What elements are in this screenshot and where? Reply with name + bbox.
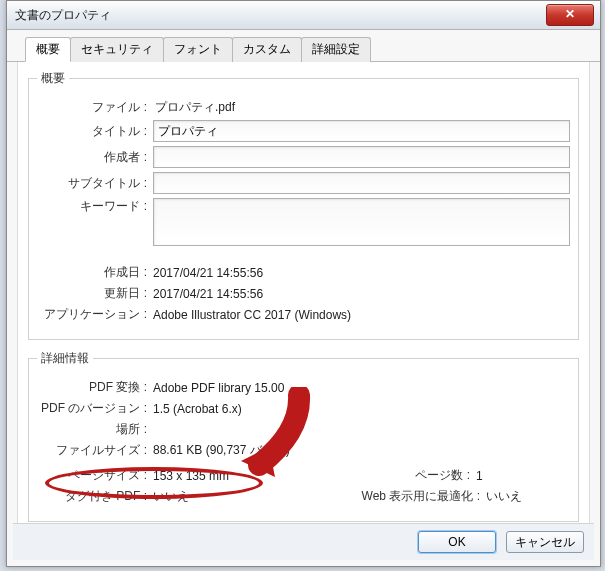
tab-label: 詳細設定 (312, 42, 360, 56)
tab-advanced[interactable]: 詳細設定 (301, 37, 371, 62)
tab-fonts[interactable]: フォント (163, 37, 233, 62)
ok-button[interactable]: OK (418, 531, 496, 553)
keywords-label: キーワード : (37, 198, 153, 215)
file-value: プロパティ.pdf (153, 99, 570, 116)
title-field[interactable] (153, 120, 570, 142)
filesize-value: 88.61 KB (90,737 バイト) (153, 442, 570, 459)
pagecount-label: ページ数 : (360, 467, 476, 484)
created-value: 2017/04/21 14:55:56 (153, 266, 570, 280)
group-overview-legend: 概要 (37, 70, 69, 87)
subtitle-label: サブタイトル : (37, 175, 153, 192)
tab-overview[interactable]: 概要 (25, 37, 71, 62)
pagecount-value: 1 (476, 469, 570, 483)
tab-security[interactable]: セキュリティ (70, 37, 164, 62)
annotation-highlight-ellipse (45, 467, 263, 499)
tab-body: 概要 ファイル : プロパティ.pdf タイトル : 作成者 : サブタイトル … (17, 62, 590, 527)
tab-custom[interactable]: カスタム (232, 37, 302, 62)
updated-label: 更新日 : (37, 285, 153, 302)
keywords-field[interactable] (153, 198, 570, 246)
group-details-legend: 詳細情報 (37, 350, 93, 367)
webopt-label: Web 表示用に最適化 : (360, 488, 486, 505)
webopt-value: いいえ (486, 488, 570, 505)
pdf-converter-value: Adobe PDF library 15.00 (153, 381, 570, 395)
tab-label: カスタム (243, 42, 291, 56)
tab-strip: 概要 セキュリティ フォント カスタム 詳細設定 (7, 30, 600, 62)
file-label: ファイル : (37, 99, 153, 116)
created-label: 作成日 : (37, 264, 153, 281)
tab-label: 概要 (36, 42, 60, 56)
pdf-converter-label: PDF 変換 : (37, 379, 153, 396)
document-properties-dialog: 文書のプロパティ ✕ 概要 セキュリティ フォント カスタム 詳細設定 概要 フ… (6, 0, 601, 567)
location-label: 場所 : (37, 421, 153, 438)
titlebar: 文書のプロパティ ✕ (7, 1, 600, 30)
app-value: Adobe Illustrator CC 2017 (Windows) (153, 308, 570, 322)
updated-value: 2017/04/21 14:55:56 (153, 287, 570, 301)
tab-label: フォント (174, 42, 222, 56)
window-title: 文書のプロパティ (15, 8, 111, 22)
close-button[interactable]: ✕ (546, 4, 594, 26)
filesize-label: ファイルサイズ : (37, 442, 153, 459)
button-bar: OK キャンセル (13, 523, 594, 560)
app-label: アプリケーション : (37, 306, 153, 323)
group-details: 詳細情報 PDF 変換 : Adobe PDF library 15.00 PD… (28, 350, 579, 522)
cancel-button[interactable]: キャンセル (506, 531, 584, 553)
author-label: 作成者 : (37, 149, 153, 166)
subtitle-field[interactable] (153, 172, 570, 194)
tab-label: セキュリティ (81, 42, 153, 56)
pdf-version-label: PDF のバージョン : (37, 400, 153, 417)
group-overview: 概要 ファイル : プロパティ.pdf タイトル : 作成者 : サブタイトル … (28, 70, 579, 340)
pdf-version-value: 1.5 (Acrobat 6.x) (153, 402, 570, 416)
close-icon: ✕ (565, 7, 575, 21)
author-field[interactable] (153, 146, 570, 168)
title-label: タイトル : (37, 123, 153, 140)
